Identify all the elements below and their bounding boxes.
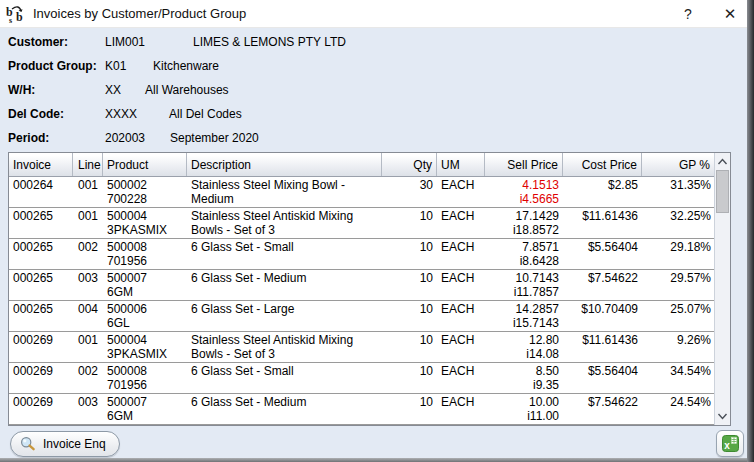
column-header-product: Product bbox=[103, 153, 187, 176]
column-header-sell-price: Sell Price bbox=[485, 153, 563, 176]
filter-description: All Del Codes bbox=[169, 107, 242, 121]
scroll-thumb[interactable] bbox=[716, 170, 729, 213]
cell-cost-price: $7.54622 bbox=[563, 394, 642, 424]
invoice-enq-button[interactable]: Invoice Enq bbox=[10, 431, 120, 457]
cell-line: 001 bbox=[73, 332, 103, 362]
cell-sell-price: 4.1513i4.5665 bbox=[485, 177, 563, 207]
cell-cost-price: $5.56404 bbox=[563, 239, 642, 269]
table-row[interactable]: 000264 001 500002700228 Stainless Steel … bbox=[9, 177, 715, 208]
filter-row-period: Period: 202003 September 2020 bbox=[8, 126, 708, 150]
filter-code: LIM001 bbox=[105, 35, 193, 49]
cell-cost-price: $2.85 bbox=[563, 177, 642, 207]
excel-icon: x bbox=[722, 435, 739, 452]
filter-panel: Customer: LIM001 LIMES & LEMONS PTY LTD … bbox=[8, 30, 708, 150]
cell-cost-price: $11.61436 bbox=[563, 332, 642, 362]
cell-description: 6 Glass Set - Medium bbox=[187, 394, 382, 424]
filter-code: K01 bbox=[105, 59, 153, 73]
cell-description: 6 Glass Set - Small bbox=[187, 239, 382, 269]
filter-row-customer: Customer: LIM001 LIMES & LEMONS PTY LTD bbox=[8, 30, 708, 54]
window-title: Invoices by Customer/Product Group bbox=[33, 6, 246, 21]
cell-gp-percent: 34.54% bbox=[642, 363, 715, 393]
svg-text:b: b bbox=[16, 10, 23, 24]
cell-cost-price: $10.70409 bbox=[563, 301, 642, 331]
cell-description: 6 Glass Set - Large bbox=[187, 301, 382, 331]
table-row[interactable]: 000265 004 5000066GL 6 Glass Set - Large… bbox=[9, 301, 715, 332]
filter-row-warehouse: W/H: XX All Warehouses bbox=[8, 78, 708, 102]
cell-product: 500008701956 bbox=[103, 239, 187, 269]
cell-invoice: 000269 bbox=[9, 332, 73, 362]
column-header-cost-price: Cost Price bbox=[563, 153, 642, 176]
table-row[interactable]: 000265 001 5000043PKASMIX Stainless Stee… bbox=[9, 208, 715, 239]
cell-description: Stainless Steel Antiskid MixingBowls - S… bbox=[187, 332, 382, 362]
cell-line: 002 bbox=[73, 363, 103, 393]
cell-cost-price: $7.54622 bbox=[563, 270, 642, 300]
cell-line: 002 bbox=[73, 239, 103, 269]
cell-qty: 10 bbox=[382, 208, 437, 238]
cell-description: Stainless Steel Mixing Bowl -Medium bbox=[187, 177, 382, 207]
cell-um: EACH bbox=[437, 332, 485, 362]
scroll-up-button[interactable] bbox=[715, 153, 730, 170]
cell-qty: 30 bbox=[382, 177, 437, 207]
column-header-line: Line bbox=[73, 153, 103, 176]
filter-label: Period: bbox=[8, 131, 105, 145]
cell-um: EACH bbox=[437, 270, 485, 300]
close-button[interactable]: ✕ bbox=[713, 1, 747, 27]
cell-line: 003 bbox=[73, 270, 103, 300]
cell-invoice: 000265 bbox=[9, 239, 73, 269]
cell-description: Stainless Steel Antiskid MixingBowls - S… bbox=[187, 208, 382, 238]
cell-sell-price: 12.80i14.08 bbox=[485, 332, 563, 362]
cell-gp-percent: 31.35% bbox=[642, 177, 715, 207]
table-header: Invoice Line Product Description Qty UM … bbox=[9, 153, 730, 177]
cell-um: EACH bbox=[437, 394, 485, 424]
cell-product: 5000076GM bbox=[103, 270, 187, 300]
cell-um: EACH bbox=[437, 363, 485, 393]
table-row[interactable]: 000269 003 5000076GM 6 Glass Set - Mediu… bbox=[9, 394, 715, 425]
filter-label: Product Group: bbox=[8, 59, 105, 73]
svg-text:x: x bbox=[724, 440, 730, 451]
cell-qty: 10 bbox=[382, 332, 437, 362]
cell-line: 004 bbox=[73, 301, 103, 331]
cell-description: 6 Glass Set - Small bbox=[187, 363, 382, 393]
table-row[interactable]: 000269 001 5000043PKASMIX Stainless Stee… bbox=[9, 332, 715, 363]
filter-label: W/H: bbox=[8, 83, 105, 97]
cell-um: EACH bbox=[437, 239, 485, 269]
filter-description: Kitchenware bbox=[153, 59, 219, 73]
filter-code: XXXX bbox=[105, 107, 169, 121]
table-row[interactable]: 000265 003 5000076GM 6 Glass Set - Mediu… bbox=[9, 270, 715, 301]
cell-sell-price: 8.50i9.35 bbox=[485, 363, 563, 393]
cell-gp-percent: 24.54% bbox=[642, 394, 715, 424]
cell-sell-price: 17.1429i18.8572 bbox=[485, 208, 563, 238]
cell-qty: 10 bbox=[382, 239, 437, 269]
export-excel-button[interactable]: x bbox=[716, 430, 744, 457]
cell-product: 500002700228 bbox=[103, 177, 187, 207]
cell-qty: 10 bbox=[382, 363, 437, 393]
window-bottom-edge bbox=[0, 458, 754, 462]
cell-product: 5000066GL bbox=[103, 301, 187, 331]
vertical-scrollbar[interactable] bbox=[714, 153, 730, 425]
cell-qty: 10 bbox=[382, 301, 437, 331]
cell-invoice: 000269 bbox=[9, 394, 73, 424]
table-body: 000264 001 500002700228 Stainless Steel … bbox=[9, 177, 715, 425]
scroll-down-button[interactable] bbox=[715, 408, 730, 425]
cell-invoice: 000264 bbox=[9, 177, 73, 207]
cell-product: 500008701956 bbox=[103, 363, 187, 393]
filter-row-del-code: Del Code: XXXX All Del Codes bbox=[8, 102, 708, 126]
cell-line: 003 bbox=[73, 394, 103, 424]
table-row[interactable]: 000269 002 500008701956 6 Glass Set - Sm… bbox=[9, 363, 715, 394]
cell-qty: 10 bbox=[382, 394, 437, 424]
table-row[interactable]: 000265 002 500008701956 6 Glass Set - Sm… bbox=[9, 239, 715, 270]
cell-product: 5000043PKASMIX bbox=[103, 332, 187, 362]
cell-gp-percent: 9.26% bbox=[642, 332, 715, 362]
cell-invoice: 000265 bbox=[9, 208, 73, 238]
cell-description: 6 Glass Set - Medium bbox=[187, 270, 382, 300]
help-button[interactable]: ? bbox=[671, 1, 705, 27]
invoices-dialog: b s b Invoices by Customer/Product Group… bbox=[0, 0, 754, 462]
titlebar: b s b Invoices by Customer/Product Group… bbox=[0, 0, 747, 28]
filter-code: 202003 bbox=[105, 131, 170, 145]
filter-label: Del Code: bbox=[8, 107, 105, 121]
cell-invoice: 000269 bbox=[9, 363, 73, 393]
column-header-qty: Qty bbox=[382, 153, 437, 176]
filter-description: All Warehouses bbox=[145, 83, 229, 97]
window-right-edge bbox=[747, 0, 754, 462]
cell-sell-price: 14.2857i15.7143 bbox=[485, 301, 563, 331]
